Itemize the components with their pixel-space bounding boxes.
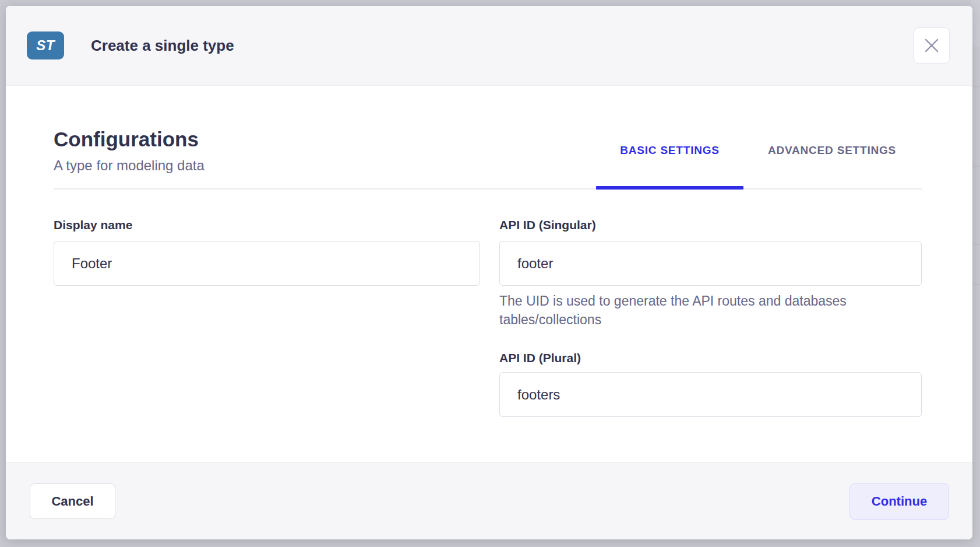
tab-advanced-settings-label: ADVANCED SETTINGS <box>768 144 896 157</box>
api-id-plural-input[interactable] <box>499 372 922 417</box>
modal-title: Create a single type <box>91 37 234 55</box>
api-id-singular-label: API ID (Singular) <box>499 218 596 232</box>
section-subtitle: A type for modeling data <box>54 156 205 175</box>
tab-basic-settings[interactable]: BASIC SETTINGS <box>596 138 743 163</box>
display-name-label: Display name <box>54 218 132 232</box>
create-single-type-modal: ST Create a single type Configurations A… <box>6 6 972 539</box>
display-name-input[interactable] <box>54 241 480 286</box>
modal-header: ST Create a single type <box>6 6 972 86</box>
section-title: Configurations <box>54 127 199 152</box>
api-id-plural-label: API ID (Plural) <box>499 351 581 365</box>
cancel-button[interactable]: Cancel <box>30 483 115 519</box>
section-divider <box>54 188 922 190</box>
close-button[interactable] <box>914 27 950 64</box>
api-id-singular-hint: The UID is used to generate the API rout… <box>499 292 896 329</box>
tab-basic-settings-label: BASIC SETTINGS <box>620 144 720 157</box>
continue-button[interactable]: Continue <box>849 483 949 520</box>
close-icon <box>924 38 939 53</box>
api-id-singular-input[interactable] <box>499 241 922 286</box>
active-tab-underline <box>596 186 743 190</box>
single-type-badge-label: ST <box>36 37 55 54</box>
tab-advanced-settings[interactable]: ADVANCED SETTINGS <box>743 138 921 163</box>
single-type-badge: ST <box>27 31 64 59</box>
modal-footer: Cancel Continue <box>6 462 972 539</box>
modal-backdrop: ST Create a single type Configurations A… <box>0 0 980 547</box>
